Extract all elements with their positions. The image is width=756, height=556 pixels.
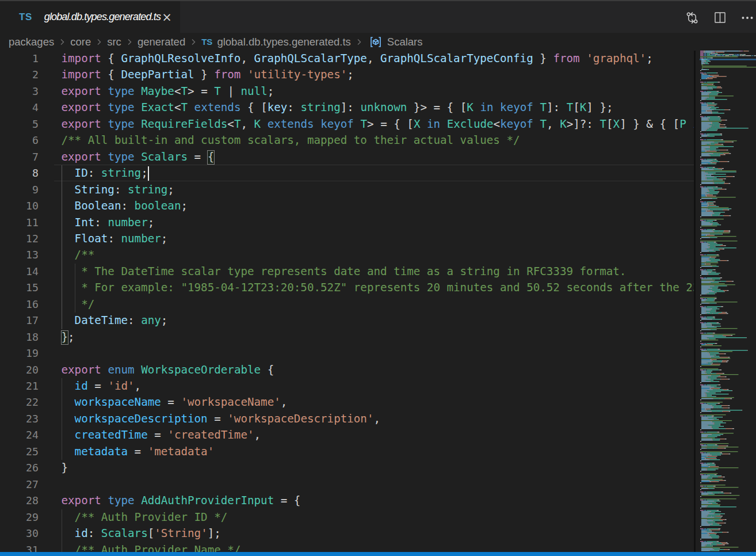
code-token xyxy=(135,117,142,131)
line-number: 9 xyxy=(0,182,39,198)
code-token xyxy=(62,379,75,393)
code-editor[interactable]: 1import { GraphQLResolveInfo, GraphQLSca… xyxy=(0,51,694,552)
line-number: 27 xyxy=(0,477,39,493)
code-token: workspaceName xyxy=(75,395,161,409)
code-token: any xyxy=(141,314,161,327)
code-token: K xyxy=(467,101,474,114)
code-token: String xyxy=(75,183,114,196)
code-token: DateTime xyxy=(75,314,128,327)
code-token: * The DateTime scalar type represents da… xyxy=(81,265,626,278)
code-token: type xyxy=(108,101,134,114)
code-token: = xyxy=(161,395,181,409)
code-token xyxy=(62,527,75,540)
code-token: , xyxy=(240,117,254,131)
code-token xyxy=(314,117,321,131)
code-token: string xyxy=(128,183,167,196)
code-line: 20export enum WorkspaceOrderable { xyxy=(0,362,694,378)
code-token xyxy=(62,216,75,229)
code-line: 19 xyxy=(0,345,694,361)
code-token xyxy=(420,117,427,131)
code-token: : xyxy=(121,199,134,212)
line-number: 14 xyxy=(0,264,39,280)
line-number: 12 xyxy=(0,231,39,247)
code-token: = xyxy=(208,412,228,425)
code-token: extends xyxy=(194,101,241,114)
code-line: 3export type Maybe<T> = T | null; xyxy=(0,83,694,100)
code-token: keyof xyxy=(320,117,354,131)
code-token: < xyxy=(227,117,234,131)
code-token xyxy=(101,85,108,98)
code-token: T xyxy=(567,101,574,114)
code-token: type xyxy=(108,494,134,507)
line-number: 20 xyxy=(0,362,39,378)
code-token: number xyxy=(108,216,147,229)
code-token: Exact xyxy=(141,101,174,114)
open-changes-icon[interactable] xyxy=(686,12,698,24)
code-token: string xyxy=(300,101,340,114)
code-token: T xyxy=(540,117,547,131)
line-number: 19 xyxy=(0,345,39,361)
code-token xyxy=(440,117,447,131)
code-token: GraphQLScalarType xyxy=(254,52,367,65)
close-tab-icon[interactable]: × xyxy=(161,12,173,23)
breadcrumb-item-generated[interactable]: generated xyxy=(138,36,185,48)
code-token xyxy=(135,494,142,507)
split-editor-icon[interactable] xyxy=(713,12,726,24)
code-line: 5export type RequireFields<T, K extends … xyxy=(0,116,694,132)
more-actions-icon[interactable] xyxy=(741,12,754,24)
code-line: 14 * The DateTime scalar type represents… xyxy=(0,264,694,280)
code-token xyxy=(580,52,587,65)
code-token: < xyxy=(174,85,181,98)
line-number: 11 xyxy=(0,215,39,231)
breadcrumb-item-src[interactable]: src xyxy=(107,36,121,48)
typescript-file-icon: TS xyxy=(201,37,212,47)
code-line: 26} xyxy=(0,460,694,476)
code-line: 18}; xyxy=(0,329,694,345)
code-token: ; xyxy=(181,199,188,212)
code-token xyxy=(494,101,501,114)
code-token: < xyxy=(174,101,181,114)
breadcrumb-item-packages[interactable]: packages xyxy=(9,36,54,48)
breadcrumb-item-core[interactable]: core xyxy=(70,36,91,48)
code-token: 'workspaceDescription' xyxy=(227,412,373,425)
code-token: : xyxy=(88,527,101,540)
breadcrumb-item-symbol[interactable]: Scalars xyxy=(387,36,423,48)
code-token: ; xyxy=(347,68,354,81)
code-token: 'id' xyxy=(108,379,134,393)
code-token: GraphQLResolveInfo xyxy=(121,52,240,65)
code-token: type xyxy=(108,150,134,163)
code-line: 11 Int: number; xyxy=(0,215,694,231)
line-number: 5 xyxy=(0,116,39,132)
code-token: string xyxy=(101,166,141,180)
line-number: 21 xyxy=(0,378,39,394)
code-token: AddAuthProviderInput xyxy=(141,494,274,507)
code-line: 16 */ xyxy=(0,296,694,313)
code-token: : xyxy=(287,101,300,114)
code-token: }> = { [ xyxy=(407,101,467,114)
breadcrumbs: packagescoresrcgeneratedTSglobal.db.type… xyxy=(0,33,756,51)
code-token: ID xyxy=(75,166,88,180)
code-token: DeepPartial xyxy=(121,68,194,81)
code-token xyxy=(188,101,194,114)
code-token xyxy=(62,199,75,212)
code-line: 31 /** Auth Provider Name */ xyxy=(0,542,694,553)
chevron-right-icon xyxy=(189,37,198,47)
code-token: import xyxy=(62,68,101,81)
code-token: WorkspaceOrderable xyxy=(141,363,261,376)
tab-global-db-types[interactable]: TS global.db.types.generated.ts × xyxy=(0,1,180,33)
code-token: , xyxy=(254,428,261,441)
minimap[interactable] xyxy=(696,51,756,552)
code-token: /** Auth Provider Name */ xyxy=(75,543,241,553)
code-token: export xyxy=(62,117,101,131)
code-token: , xyxy=(240,52,254,65)
code-token: ] } & { [ xyxy=(620,117,679,131)
line-number: 17 xyxy=(0,313,39,329)
code-token: 'createdTime' xyxy=(167,428,254,441)
code-token xyxy=(101,494,108,507)
code-token: ; xyxy=(148,216,155,229)
breadcrumb-item-file[interactable]: global.db.types.generated.ts xyxy=(217,36,350,48)
code-token: 'workspaceName' xyxy=(181,395,280,409)
code-token: GraphQLScalarTypeConfig xyxy=(380,52,533,65)
bracket-match-highlight xyxy=(61,330,68,345)
code-token xyxy=(101,101,108,114)
